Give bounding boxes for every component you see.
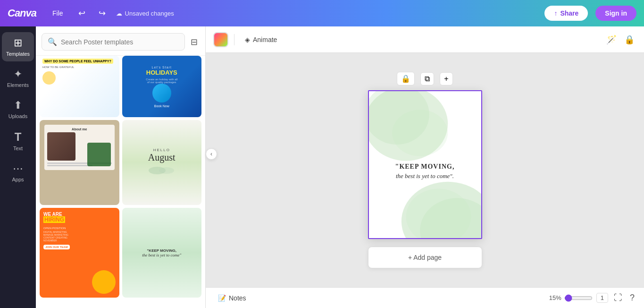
lock-icon-button[interactable]: 🔒	[622, 33, 636, 47]
sidebar-item-elements[interactable]: ✦ Elements	[2, 63, 34, 93]
filter-icon: ⊟	[191, 37, 198, 47]
undo-button[interactable]: ↩	[75, 6, 88, 20]
sidebar-item-label: Apps	[12, 177, 24, 182]
template-grid: WHY DO SOME PEOPLE FEEL UNHAPPY? HOW TO …	[36, 56, 205, 308]
add-page-button[interactable]: + Add page	[368, 247, 482, 268]
canvas-area: ◈ Animate 🪄 🔒 🔒 ⧉ +	[206, 26, 644, 308]
cloud-icon: ☁	[116, 10, 122, 17]
page-indicator: 1	[596, 293, 608, 303]
bottom-bar: 📝 Notes 15% 1 ⛶ ?	[206, 287, 644, 308]
template-panel: 🔍 ⊟ WHY DO SOME PEOPLE FEEL UNHAPPY? HOW…	[36, 26, 206, 308]
canva-logo: Canva	[8, 7, 36, 19]
canvas-right-icons: 🪄 🔒	[604, 33, 636, 47]
quote-line2: the best is yet to come".	[395, 172, 455, 180]
help-button[interactable]: ?	[628, 291, 636, 305]
template-thumb-keepmoving[interactable]: "KEEP MOVING, the best is yet to come"	[122, 208, 202, 298]
template-preview: WE ARE HIRING OPEN POSITION DIGITAL MARK…	[40, 208, 119, 298]
templates-icon: ⊞	[14, 37, 22, 49]
zoom-control: 15%	[549, 294, 593, 302]
sidebar-item-label: Templates	[6, 51, 30, 57]
notes-button[interactable]: 📝 Notes	[213, 291, 251, 305]
sidebar-item-uploads[interactable]: ⬆ Uploads	[2, 94, 34, 124]
template-preview: "KEEP MOVING, the best is yet to come"	[122, 208, 202, 298]
sidebar: ⊞ Templates ✦ Elements ⬆ Uploads T Text …	[0, 26, 36, 308]
collapse-panel-button[interactable]: ‹	[206, 148, 217, 160]
signin-button[interactable]: Sign in	[595, 6, 636, 21]
main-area: ⊞ Templates ✦ Elements ⬆ Uploads T Text …	[0, 26, 644, 308]
toolbar-divider	[234, 34, 234, 45]
sidebar-item-label: Elements	[7, 82, 29, 88]
template-thumb-holiday[interactable]: Let's Start HOLIDAYS Create an holiday w…	[122, 56, 202, 117]
redo-button[interactable]: ↪	[96, 6, 109, 20]
template-preview: WHY DO SOME PEOPLE FEEL UNHAPPY? HOW TO …	[40, 56, 119, 117]
search-area: 🔍 ⊟	[36, 26, 205, 56]
template-preview: Let's Start HOLIDAYS Create an holiday w…	[122, 56, 202, 117]
apps-icon: ⋯	[13, 163, 23, 175]
template-preview: HELLO August	[122, 120, 202, 205]
template-preview: About me	[40, 120, 119, 205]
uploads-icon: ⬆	[14, 99, 22, 111]
svg-point-1	[159, 167, 174, 174]
topbar: Canva File ↩ ↪ ☁ Unsaved changes ↑ Share…	[0, 0, 644, 26]
template-thumb-colorful[interactable]: WHY DO SOME PEOPLE FEEL UNHAPPY? HOW TO …	[40, 56, 119, 117]
share-label: Share	[560, 9, 578, 17]
template-thumb-august[interactable]: HELLO August	[122, 120, 202, 205]
search-input[interactable]	[61, 38, 179, 46]
elements-icon: ✦	[14, 68, 22, 80]
svg-point-4	[392, 110, 448, 156]
file-menu-button[interactable]: File	[48, 8, 68, 19]
canvas-toolbar: ◈ Animate 🪄 🔒	[206, 26, 644, 53]
template-thumb-hiring[interactable]: WE ARE HIRING OPEN POSITION DIGITAL MARK…	[40, 208, 119, 298]
canvas-text-content: "KEEP MOVING, the best is yet to come".	[386, 154, 464, 189]
sidebar-item-templates[interactable]: ⊞ Templates	[2, 32, 34, 61]
lock-page-button[interactable]: 🔒	[397, 72, 415, 86]
search-icon: 🔍	[48, 37, 57, 46]
copy-page-button[interactable]: ⧉	[420, 72, 434, 86]
sidebar-item-text[interactable]: T Text	[2, 126, 34, 156]
design-canvas[interactable]: "KEEP MOVING, the best is yet to come".	[368, 90, 482, 239]
template-row: WHY DO SOME PEOPLE FEEL UNHAPPY? HOW TO …	[40, 56, 201, 117]
share-button[interactable]: ↑ Share	[544, 6, 588, 21]
notes-label: Notes	[229, 294, 246, 302]
canvas-page-controls: 🔒 ⧉ +	[397, 72, 452, 86]
filter-button[interactable]: ⊟	[189, 35, 200, 49]
text-icon: T	[15, 130, 22, 144]
search-box[interactable]: 🔍	[42, 33, 185, 51]
zoom-level-label: 15%	[549, 294, 561, 301]
notes-icon: 📝	[218, 294, 226, 302]
animate-button[interactable]: ◈ Animate	[240, 33, 282, 46]
magic-icon-button[interactable]: 🪄	[604, 33, 619, 47]
fullscreen-button[interactable]: ⛶	[612, 291, 624, 305]
color-swatch[interactable]	[213, 32, 228, 47]
add-section-button[interactable]: +	[440, 72, 452, 86]
sidebar-item-label: Uploads	[8, 113, 27, 119]
zoom-slider[interactable]	[564, 294, 593, 302]
unsaved-label: Unsaved changes	[125, 10, 174, 17]
animate-label: Animate	[253, 36, 277, 43]
canvas-scroll[interactable]: 🔒 ⧉ +	[206, 53, 644, 287]
share-icon: ↑	[554, 9, 557, 17]
animate-icon: ◈	[245, 36, 250, 43]
quote-line1: "KEEP MOVING,	[395, 163, 455, 171]
template-thumb-scrapbook[interactable]: About me	[40, 120, 119, 205]
template-row: WE ARE HIRING OPEN POSITION DIGITAL MARK…	[40, 208, 201, 298]
sidebar-item-apps[interactable]: ⋯ Apps	[2, 158, 34, 187]
sidebar-item-label: Text	[13, 145, 23, 151]
template-row: About me	[40, 120, 201, 205]
unsaved-status: ☁ Unsaved changes	[116, 10, 174, 17]
canvas-inner: "KEEP MOVING, the best is yet to come".	[369, 91, 481, 239]
